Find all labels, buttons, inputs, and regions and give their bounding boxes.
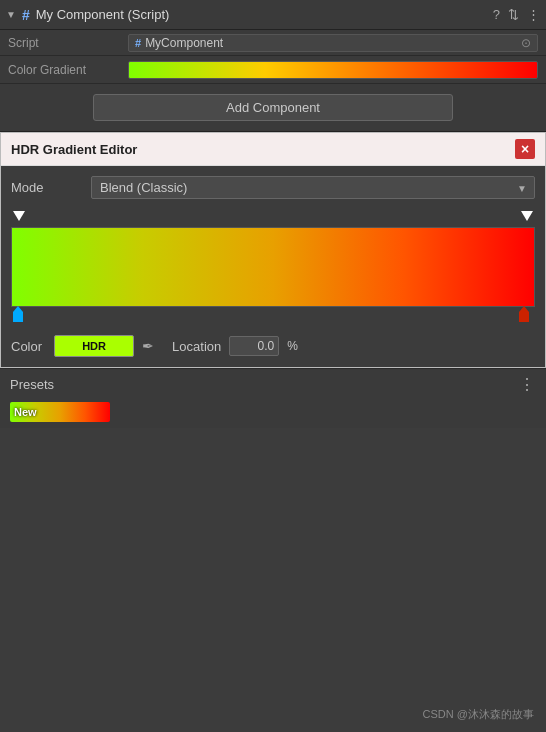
component-title: My Component (Script) — [36, 7, 487, 22]
gradient-main-bar[interactable] — [11, 227, 535, 307]
mode-select[interactable]: Blend (Classic) Fixed Smooth — [91, 176, 535, 199]
script-file-icon: # — [135, 37, 141, 49]
presets-list: New — [10, 402, 536, 422]
script-row: Script # MyComponent ⊙ — [0, 30, 546, 56]
gradient-display-area — [11, 211, 535, 325]
list-item[interactable]: New — [10, 402, 110, 422]
location-input[interactable] — [229, 336, 279, 356]
mode-row: Mode Blend (Classic) Fixed Smooth — [11, 176, 535, 199]
presets-header: Presets ⋮ — [10, 375, 536, 394]
color-gradient-label: Color Gradient — [8, 63, 128, 77]
object-picker-icon[interactable]: ⊙ — [521, 36, 531, 50]
presets-section: Presets ⋮ New — [0, 368, 546, 428]
more-icon[interactable]: ⋮ — [527, 7, 540, 22]
top-stop-right[interactable] — [521, 211, 533, 225]
collapse-arrow-icon[interactable]: ▼ — [6, 9, 16, 20]
hdr-badge: HDR — [82, 340, 106, 352]
top-stops — [11, 211, 535, 225]
gradient-row: Color Gradient — [0, 56, 546, 84]
script-value[interactable]: # MyComponent ⊙ — [128, 34, 538, 52]
component-hash-icon: # — [22, 7, 30, 23]
hdr-close-button[interactable]: × — [515, 139, 535, 159]
percent-label: % — [287, 339, 298, 353]
script-name: MyComponent — [145, 36, 223, 50]
bottom-stop-left[interactable] — [13, 309, 27, 325]
add-component-row: Add Component — [0, 84, 546, 132]
location-label: Location — [172, 339, 221, 354]
color-location-row: Color HDR ✒ Location % — [11, 335, 535, 357]
mode-select-wrapper[interactable]: Blend (Classic) Fixed Smooth — [91, 176, 535, 199]
presets-menu-icon[interactable]: ⋮ — [519, 375, 536, 394]
bottom-stops — [11, 309, 535, 325]
hdr-panel-title: HDR Gradient Editor — [11, 142, 137, 157]
header-icons: ? ⇅ ⋮ — [493, 7, 540, 22]
gradient-bar-preview[interactable] — [128, 61, 538, 79]
settings-icon[interactable]: ⇅ — [508, 7, 519, 22]
watermark: CSDN @沐沐森的故事 — [423, 707, 534, 722]
color-label: Color — [11, 339, 42, 354]
mode-label: Mode — [11, 180, 91, 195]
presets-title: Presets — [10, 377, 54, 392]
component-header: ▼ # My Component (Script) ? ⇅ ⋮ — [0, 0, 546, 30]
top-stop-left[interactable] — [13, 211, 25, 225]
add-component-button[interactable]: Add Component — [93, 94, 453, 121]
hdr-panel-header: HDR Gradient Editor × — [1, 133, 545, 166]
hdr-content: Mode Blend (Classic) Fixed Smooth — [1, 166, 545, 367]
bottom-stop-right[interactable] — [519, 309, 533, 325]
help-icon[interactable]: ? — [493, 7, 500, 22]
eyedropper-icon[interactable]: ✒ — [142, 338, 154, 354]
preset-label: New — [10, 406, 37, 418]
script-label: Script — [8, 36, 128, 50]
hdr-gradient-editor: HDR Gradient Editor × Mode Blend (Classi… — [0, 132, 546, 368]
color-swatch[interactable]: HDR — [54, 335, 134, 357]
